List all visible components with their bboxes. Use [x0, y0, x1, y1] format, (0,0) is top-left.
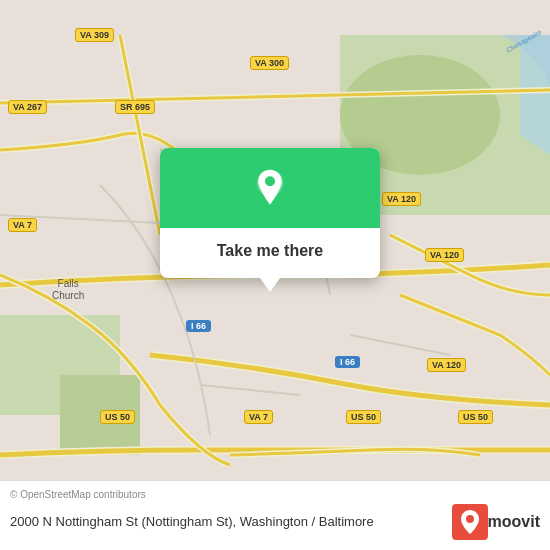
popup-card: Take me there: [160, 148, 380, 278]
popup-top: [160, 148, 380, 228]
svg-point-9: [265, 176, 275, 186]
road-label-va309: VA 309: [75, 28, 114, 42]
road-label-va120a: VA 120: [382, 192, 421, 206]
moovit-logo[interactable]: moovit: [452, 504, 540, 540]
road-label-va120c: VA 120: [427, 358, 466, 372]
road-label-sr695: SR 695: [115, 100, 155, 114]
address-row: 2000 N Nottingham St (Nottingham St), Wa…: [10, 504, 540, 540]
take-me-there-button[interactable]: Take me there: [176, 238, 364, 264]
road-label-va7b: VA 7: [244, 410, 273, 424]
road-label-us50c: US 50: [458, 410, 493, 424]
moovit-icon: [452, 504, 488, 540]
road-label-us50a: US 50: [100, 410, 135, 424]
svg-point-11: [466, 515, 474, 523]
moovit-name-text: moovit: [488, 513, 540, 531]
road-label-va267: VA 267: [8, 100, 47, 114]
popup-tail: [260, 278, 280, 292]
place-label-falls-church: FallsChurch: [52, 278, 84, 302]
road-label-va300: VA 300: [250, 56, 289, 70]
map-container: Chesapeake VA 309 VA 267 SR 695 VA 300 V…: [0, 0, 550, 550]
road-label-i66c: I 66: [335, 356, 360, 368]
road-label-va7a: VA 7: [8, 218, 37, 232]
road-label-i66b: I 66: [186, 320, 211, 332]
copyright-text: © OpenStreetMap contributors: [10, 489, 540, 500]
info-bar: © OpenStreetMap contributors 2000 N Nott…: [0, 480, 550, 550]
road-label-us50b: US 50: [346, 410, 381, 424]
address-text: 2000 N Nottingham St (Nottingham St), Wa…: [10, 514, 442, 531]
location-pin-icon: [250, 168, 290, 208]
road-label-va120b: VA 120: [425, 248, 464, 262]
popup-bottom: Take me there: [160, 228, 380, 278]
